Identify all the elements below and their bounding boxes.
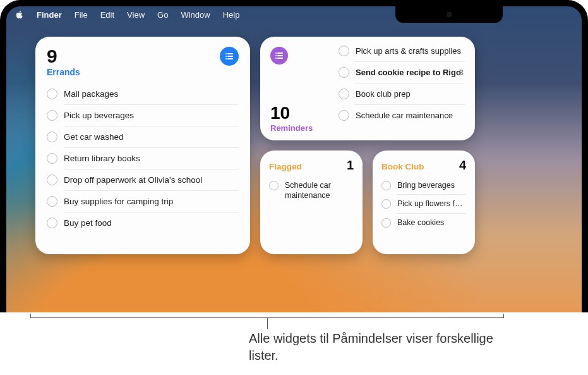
svg-point-10 xyxy=(275,58,277,59)
list-item[interactable]: Schedule car maintenance xyxy=(335,105,471,126)
reminders-title: Reminders xyxy=(270,123,335,133)
checkbox-icon[interactable] xyxy=(339,46,349,56)
item-text: Mail packages xyxy=(64,89,118,99)
flagged-title: Flagged xyxy=(269,162,302,171)
svg-point-2 xyxy=(225,56,227,57)
item-text: Pick up flowers f… xyxy=(397,199,466,209)
bookclub-title: Book Club xyxy=(381,162,424,171)
widget-flagged[interactable]: Flagged 1 Schedule car maintenance xyxy=(260,151,363,254)
item-badge: 3 xyxy=(459,68,464,77)
annotation: Alle widgets til Påmindelser viser forsk… xyxy=(30,317,504,364)
item-text: Bring beverages xyxy=(397,180,466,190)
checkbox-icon[interactable] xyxy=(381,181,391,190)
list-item[interactable]: Mail packages xyxy=(35,83,250,104)
item-text: Return library books xyxy=(64,154,140,163)
menubar-app-name[interactable]: Finder xyxy=(37,10,62,20)
checkbox-icon[interactable] xyxy=(47,175,57,185)
checkbox-icon[interactable] xyxy=(339,89,349,99)
checkbox-icon[interactable] xyxy=(47,153,57,164)
checkbox-icon[interactable] xyxy=(47,132,57,142)
list-item[interactable]: Buy pet food xyxy=(35,212,250,233)
list-item[interactable]: Pick up flowers f… xyxy=(381,195,466,212)
bracket-icon xyxy=(30,317,504,330)
list-item[interactable]: Get car washed xyxy=(35,126,250,147)
svg-point-4 xyxy=(225,58,227,59)
item-text: Schedule car maintenance xyxy=(285,180,354,201)
flagged-count: 1 xyxy=(347,158,354,173)
laptop-bezel: Finder File Edit View Go Window Help 9 E… xyxy=(0,0,588,312)
widget-reminders[interactable]: 10 Reminders Pick up arts & crafts suppl… xyxy=(260,37,475,140)
reminders-count: 10 xyxy=(270,104,335,122)
camera-icon xyxy=(447,12,452,17)
list-item[interactable]: Schedule car maintenance xyxy=(269,176,354,205)
desktop-screen: Finder File Edit View Go Window Help 9 E… xyxy=(6,6,582,312)
item-text: Buy pet food xyxy=(64,218,112,228)
item-text: Buy supplies for camping trip xyxy=(64,197,173,206)
item-text: Bake cookies xyxy=(397,218,466,228)
svg-point-0 xyxy=(225,53,227,54)
item-text: Book club prep xyxy=(356,89,411,99)
widgets-area: 9 Errands Mail packages Pick up beverage… xyxy=(35,37,475,254)
list-item[interactable]: Return library books xyxy=(35,148,250,169)
errands-count: 9 xyxy=(47,47,80,66)
checkbox-icon[interactable] xyxy=(47,89,57,99)
list-icon xyxy=(270,47,288,65)
annotation-text: Alle widgets til Påmindelser viser forsk… xyxy=(249,330,504,364)
list-item[interactable]: Pick up arts & crafts supplies xyxy=(335,40,471,61)
item-text: Schedule car maintenance xyxy=(356,111,453,120)
menubar-item-view[interactable]: View xyxy=(127,10,145,20)
svg-point-6 xyxy=(275,52,277,54)
display-notch xyxy=(395,6,503,23)
list-item[interactable]: Pick up beverages xyxy=(35,105,250,126)
list-item[interactable]: Buy supplies for camping trip xyxy=(35,191,250,212)
list-item[interactable]: Bake cookies xyxy=(381,214,466,231)
checkbox-icon[interactable] xyxy=(269,181,279,190)
checkbox-icon[interactable] xyxy=(47,196,57,207)
checkbox-icon[interactable] xyxy=(339,110,349,121)
menubar-item-window[interactable]: Window xyxy=(181,10,210,20)
widget-bookclub[interactable]: Book Club 4 Bring beverages Pick up flow… xyxy=(373,151,475,254)
checkbox-icon[interactable] xyxy=(47,110,57,121)
checkbox-icon[interactable] xyxy=(381,199,391,209)
errands-title: Errands xyxy=(47,67,80,77)
menubar-item-help[interactable]: Help xyxy=(223,10,240,20)
list-item[interactable]: Bring beverages xyxy=(381,176,466,194)
checkbox-icon[interactable] xyxy=(339,67,349,78)
list-item[interactable]: Drop off paperwork at Olivia's school xyxy=(35,169,250,190)
item-text: Get car washed xyxy=(64,132,124,142)
list-item[interactable]: Send cookie recipe to Rigo3 xyxy=(335,62,471,83)
item-text: Pick up beverages xyxy=(64,111,134,120)
item-text: Drop off paperwork at Olivia's school xyxy=(64,175,202,185)
svg-point-8 xyxy=(275,55,277,56)
list-icon xyxy=(220,47,239,66)
checkbox-icon[interactable] xyxy=(381,218,391,228)
checkbox-icon[interactable] xyxy=(47,218,57,228)
item-text: Pick up arts & crafts supplies xyxy=(356,46,461,56)
menubar-item-edit[interactable]: Edit xyxy=(100,10,114,20)
item-text: Send cookie recipe to Rigo xyxy=(356,68,461,77)
widget-errands[interactable]: 9 Errands Mail packages Pick up beverage… xyxy=(35,37,250,254)
menubar-item-file[interactable]: File xyxy=(75,10,88,20)
bookclub-count: 4 xyxy=(459,158,466,173)
list-item[interactable]: Book club prep xyxy=(335,83,471,104)
apple-menu-icon[interactable] xyxy=(15,10,24,19)
menubar-item-go[interactable]: Go xyxy=(157,10,168,20)
